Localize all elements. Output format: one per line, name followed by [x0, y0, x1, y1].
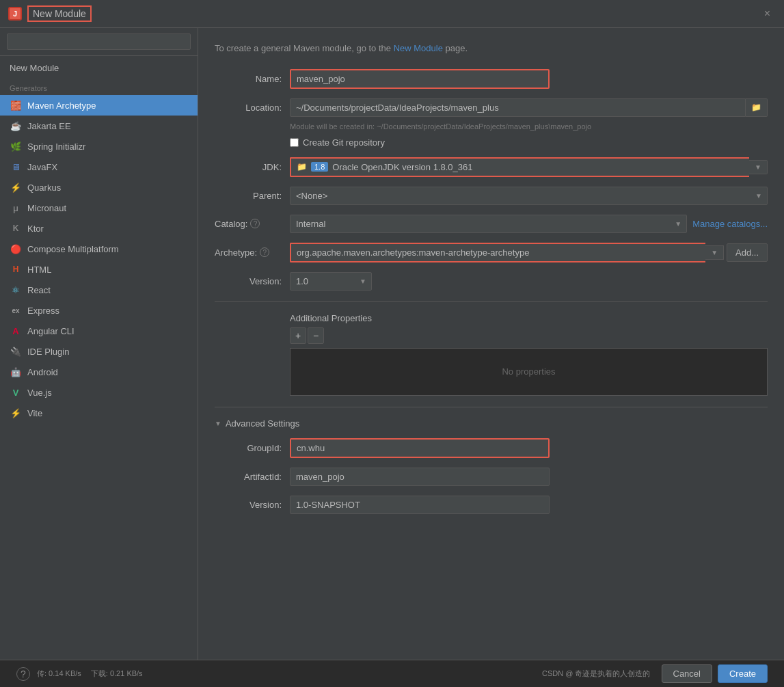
- version-select[interactable]: 1.0: [290, 272, 372, 291]
- advanced-settings-section: ▼ Advanced Settings GroupId: ArtifactId:…: [215, 418, 768, 514]
- generators-label: Generators: [0, 80, 198, 95]
- sidebar-item-html[interactable]: H HTML: [0, 259, 198, 280]
- sidebar-item-javafx[interactable]: 🖥 JavaFX: [0, 157, 198, 177]
- sidebar-item-vue-label: Vue.js: [27, 388, 52, 398]
- browse-button[interactable]: 📁: [746, 98, 768, 117]
- parent-select[interactable]: <None>: [290, 187, 768, 205]
- sidebar-item-express[interactable]: ex Express: [0, 300, 198, 321]
- name-input[interactable]: [290, 69, 550, 89]
- status-bar: 传: 0.14 KB/s 下载: 0.21 KB/s: [37, 669, 143, 679]
- catalog-help-icon[interactable]: ?: [250, 219, 260, 228]
- close-button[interactable]: ×: [759, 5, 776, 23]
- version-select-wrapper: 1.0 ▼: [290, 272, 372, 291]
- sidebar-item-vite[interactable]: ⚡ Vite: [0, 403, 198, 423]
- csdn-watermark: CSDN @ 奇迹是执着的人创造的: [542, 669, 650, 679]
- jdk-dropdown-button[interactable]: ▼: [749, 160, 768, 174]
- micronaut-icon: μ: [10, 202, 22, 214]
- version-adv-input[interactable]: [290, 496, 550, 514]
- create-git-row: Create Git repository: [290, 137, 768, 148]
- sidebar-item-quarkus[interactable]: ⚡ Quarkus: [0, 177, 198, 198]
- artifactid-row: ArtifactId:: [215, 468, 768, 486]
- add-property-button[interactable]: +: [290, 327, 306, 344]
- new-module-window: J New Module × New Module Generators 🧱 M…: [0, 0, 784, 687]
- parent-select-wrapper: <None> ▼: [290, 187, 768, 205]
- location-label: Location:: [215, 103, 290, 113]
- sidebar-item-quarkus-label: Quarkus: [27, 183, 61, 193]
- sidebar-item-vite-label: Vite: [27, 408, 42, 418]
- create-git-checkbox[interactable]: [290, 138, 299, 147]
- archetype-dropdown-button[interactable]: ▼: [705, 245, 724, 260]
- android-icon: 🤖: [10, 366, 22, 378]
- app-icon: J: [8, 7, 22, 21]
- catalog-select-row: Internal ▼ Manage catalogs...: [290, 215, 768, 233]
- catalog-row: Catalog: ? Internal ▼ Manage catalogs...: [215, 215, 768, 233]
- name-label: Name:: [215, 74, 290, 84]
- sidebar-item-compose-label: Compose Multiplatform: [27, 244, 119, 254]
- sidebar-new-module[interactable]: New Module: [0, 56, 198, 80]
- jdk-label: JDK:: [215, 162, 290, 172]
- archetype-label-text: Archetype:: [215, 247, 257, 258]
- archetype-help-icon[interactable]: ?: [260, 247, 269, 257]
- catalog-select-wrapper: Internal ▼: [290, 215, 687, 233]
- additional-props-label-row: Additional Properties: [215, 313, 768, 323]
- sidebar-item-express-label: Express: [27, 306, 59, 316]
- groupid-row: GroupId:: [215, 438, 768, 458]
- archetype-input-row: ▼ Add...: [290, 243, 768, 262]
- bottom-bar: ? 传: 0.14 KB/s 下载: 0.21 KB/s CSDN @ 奇迹是执…: [0, 660, 784, 687]
- create-git-label: Create Git repository: [303, 137, 385, 148]
- divider-2: [215, 407, 768, 407]
- vite-icon: ⚡: [10, 407, 22, 419]
- upload-status: 传: 0.14 KB/s: [37, 669, 81, 679]
- sidebar-item-ktor[interactable]: K Ktor: [0, 218, 198, 239]
- window-title: New Module: [27, 5, 92, 22]
- main-content: New Module Generators 🧱 Maven Archetype …: [0, 28, 784, 660]
- jdk-folder-icon: 📁: [297, 162, 307, 172]
- sidebar-item-ktor-label: Ktor: [27, 224, 44, 234]
- add-archetype-button[interactable]: Add...: [727, 243, 768, 262]
- no-properties-text: No properties: [502, 366, 555, 377]
- new-module-link[interactable]: New Module: [394, 43, 443, 53]
- archetype-label: Archetype: ?: [215, 247, 290, 258]
- remove-property-button[interactable]: −: [308, 327, 324, 344]
- groupid-input[interactable]: [290, 438, 550, 458]
- version-row: Version: 1.0 ▼: [215, 272, 768, 291]
- sidebar-item-ide-plugin[interactable]: 🔌 IDE Plugin: [0, 341, 198, 362]
- ide-plugin-icon: 🔌: [10, 345, 22, 358]
- sidebar-item-react[interactable]: ⚛ React: [0, 280, 198, 300]
- jdk-input-display: 📁 1.8 Oracle OpenJDK version 1.8.0_361: [290, 157, 749, 177]
- jdk-full-text: Oracle OpenJDK version 1.8.0_361: [332, 162, 472, 172]
- advanced-settings-toggle[interactable]: ▼ Advanced Settings: [215, 418, 768, 429]
- additional-props-label: Additional Properties: [290, 313, 372, 323]
- sidebar-item-maven-archetype[interactable]: 🧱 Maven Archetype: [0, 95, 198, 116]
- help-button[interactable]: ?: [16, 667, 30, 681]
- info-text-after: page.: [446, 43, 468, 53]
- sidebar-item-angular-cli[interactable]: A Angular CLI: [0, 321, 198, 341]
- sidebar-item-jakarta-label: Jakarta EE: [27, 121, 71, 131]
- quarkus-icon: ⚡: [10, 181, 22, 193]
- express-icon: ex: [10, 304, 22, 316]
- catalog-select[interactable]: Internal: [290, 215, 687, 233]
- sidebar-item-micronaut[interactable]: μ Micronaut: [0, 198, 198, 218]
- location-input[interactable]: [290, 98, 746, 117]
- manage-catalogs-link[interactable]: Manage catalogs...: [692, 219, 768, 229]
- cancel-button[interactable]: Cancel: [662, 664, 712, 683]
- sidebar-item-jakarta-ee[interactable]: ☕ Jakarta EE: [0, 116, 198, 136]
- info-text-row: To create a general Maven module, go to …: [215, 42, 768, 55]
- sidebar-item-angular-label: Angular CLI: [27, 326, 75, 336]
- artifactid-label: ArtifactId:: [215, 472, 290, 482]
- search-input[interactable]: [7, 33, 191, 50]
- artifactid-input[interactable]: [290, 468, 550, 486]
- create-button[interactable]: Create: [718, 664, 768, 683]
- sidebar-item-spring-initializr[interactable]: 🌿 Spring Initializr: [0, 136, 198, 157]
- sidebar-item-android-label: Android: [27, 367, 58, 377]
- props-toolbar: + −: [290, 327, 768, 344]
- sidebar-item-android[interactable]: 🤖 Android: [0, 362, 198, 382]
- archetype-input[interactable]: [290, 243, 705, 262]
- sidebar-item-compose-multiplatform[interactable]: 🔴 Compose Multiplatform: [0, 239, 198, 259]
- vue-icon: V: [10, 386, 22, 399]
- sidebar-item-vuejs[interactable]: V Vue.js: [0, 382, 198, 403]
- advanced-settings-label: Advanced Settings: [226, 418, 299, 429]
- download-status: 下载: 0.21 KB/s: [91, 669, 143, 679]
- html-icon: H: [10, 263, 22, 275]
- version-adv-row: Version:: [215, 496, 768, 514]
